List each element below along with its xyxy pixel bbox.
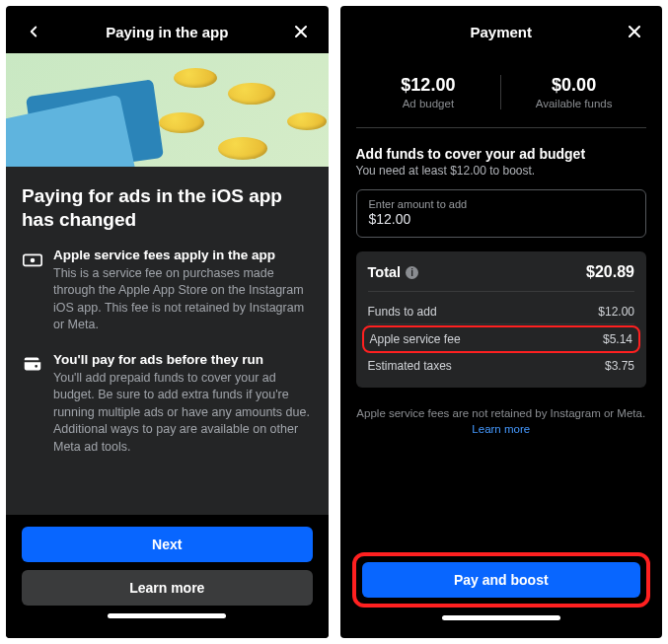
hero-illustration (6, 53, 329, 167)
coin-illustration (218, 137, 267, 160)
info-text: Apple service fees apply in the app This… (53, 248, 313, 334)
budget-summary: $12.00 Ad budget $0.00 Available funds (356, 65, 647, 128)
screen-payment: Payment $12.00 Ad budget $0.00 Available… (340, 6, 663, 638)
info-desc: You'll add prepaid funds to cover your a… (53, 370, 313, 457)
amount-input-label: Enter amount to add (369, 198, 634, 210)
ad-budget-label: Ad budget (356, 98, 501, 109)
highlight-pay-button: Pay and boost (352, 552, 651, 608)
footer: Pay and boost (340, 546, 663, 638)
cash-icon (22, 249, 43, 334)
line-apple-fee: Apple service fee $5.14 (370, 330, 633, 348)
coin-illustration (174, 68, 217, 88)
total-amount: $20.89 (586, 263, 634, 281)
close-button[interactable] (623, 20, 646, 43)
pay-and-boost-button[interactable]: Pay and boost (362, 562, 641, 598)
wallet-icon (22, 353, 43, 457)
next-button[interactable]: Next (22, 527, 313, 562)
line-value: $5.14 (603, 332, 632, 346)
content-panel: Paying for ads in the iOS app has change… (6, 167, 329, 515)
amount-input[interactable]: Enter amount to add $12.00 (356, 189, 647, 238)
learn-more-button[interactable]: Learn more (22, 570, 313, 606)
line-label: Apple service fee (370, 332, 461, 346)
fee-note-text: Apple service fees are not retained by I… (356, 407, 645, 419)
add-funds-title: Add funds to cover your ad budget (356, 146, 647, 162)
line-value: $3.75 (605, 359, 634, 373)
available-funds-label: Available funds (501, 98, 646, 109)
line-label: Funds to add (368, 305, 437, 319)
info-item-service-fees: Apple service fees apply in the app This… (22, 248, 313, 334)
page-title: Paying in the app (106, 24, 228, 40)
chevron-left-icon (25, 23, 42, 40)
add-funds-sub: You need at least $12.00 to boost. (356, 164, 647, 178)
total-label-text: Total (368, 264, 402, 280)
line-funds-to-add: Funds to add $12.00 (368, 300, 635, 324)
ad-budget-cell: $12.00 Ad budget (356, 75, 502, 109)
footer: Next Learn more (6, 515, 329, 638)
home-indicator (108, 613, 226, 618)
close-icon (625, 22, 644, 41)
svg-point-3 (31, 257, 36, 262)
credit-card-illustration (6, 95, 136, 167)
close-button[interactable] (289, 20, 313, 43)
amount-input-value: $12.00 (369, 211, 634, 227)
highlight-apple-fee: Apple service fee $5.14 (362, 325, 641, 353)
line-estimated-taxes: Estimated taxes $3.75 (368, 354, 635, 378)
screen-paying-in-app: Paying in the app Paying for ads in the … (6, 6, 329, 638)
coin-illustration (287, 112, 327, 130)
close-icon (291, 22, 311, 41)
page-title: Payment (470, 24, 532, 40)
content-panel: $12.00 Ad budget $0.00 Available funds A… (340, 53, 663, 546)
available-funds-cell: $0.00 Available funds (501, 75, 646, 109)
line-value: $12.00 (598, 305, 634, 319)
fee-disclaimer: Apple service fees are not retained by I… (356, 405, 647, 437)
info-title: Apple service fees apply in the app (53, 248, 313, 262)
heading: Paying for ads in the iOS app has change… (22, 184, 313, 232)
total-header: Total i $20.89 (368, 263, 635, 292)
line-label: Estimated taxes (368, 359, 452, 373)
available-funds-amount: $0.00 (501, 75, 646, 96)
back-button[interactable] (22, 20, 45, 43)
home-indicator (442, 615, 560, 620)
info-desc: This is a service fee on purchases made … (53, 265, 313, 334)
header: Payment (340, 6, 663, 53)
total-label: Total i (368, 264, 419, 280)
total-breakdown: Total i $20.89 Funds to add $12.00 Apple… (356, 251, 647, 388)
ad-budget-amount: $12.00 (356, 75, 501, 96)
coin-illustration (228, 83, 275, 105)
info-item-prepaid: You'll pay for ads before they run You'l… (22, 352, 313, 457)
info-icon[interactable]: i (406, 266, 418, 279)
coin-illustration (159, 112, 204, 133)
info-text: You'll pay for ads before they run You'l… (53, 352, 313, 457)
learn-more-link[interactable]: Learn more (472, 423, 530, 435)
info-title: You'll pay for ads before they run (53, 352, 313, 367)
header: Paying in the app (6, 6, 329, 53)
